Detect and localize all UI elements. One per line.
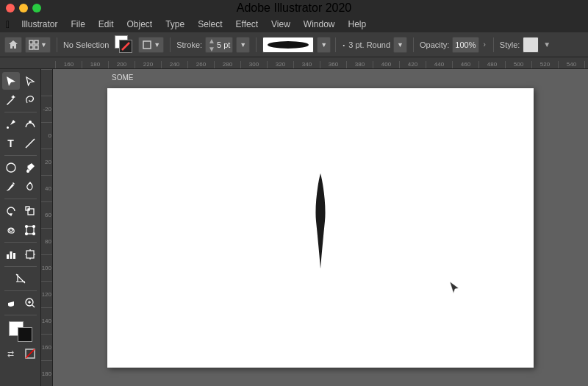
brush-stroke bbox=[313, 169, 328, 275]
vertical-ruler: -20 0 20 40 60 80 100 120 140 160 180 bbox=[41, 69, 53, 386]
main-area: T bbox=[0, 69, 588, 386]
workspace-button[interactable]: ▼ bbox=[25, 37, 51, 53]
brush-type-dropdown[interactable]: ▼ bbox=[393, 37, 407, 53]
svg-point-19 bbox=[32, 233, 35, 235]
tool-row-1 bbox=[2, 72, 39, 90]
canvas-container: -20 0 20 40 60 80 100 120 140 160 180 SO… bbox=[41, 69, 588, 386]
free-transform-tool[interactable] bbox=[21, 221, 39, 239]
pencil-tool[interactable] bbox=[2, 178, 20, 196]
svg-rect-20 bbox=[7, 254, 9, 259]
swap-fill-stroke[interactable]: ⇄ bbox=[2, 345, 20, 362]
svg-rect-5 bbox=[143, 41, 151, 49]
ruler-mark: 480 bbox=[478, 61, 505, 68]
ruler-mark: 420 bbox=[399, 61, 426, 68]
left-toolbar: T bbox=[0, 69, 41, 386]
artboard[interactable] bbox=[107, 88, 534, 368]
style-label: Style: bbox=[500, 40, 520, 49]
paintbrush-tool[interactable] bbox=[21, 159, 39, 176]
svg-line-29 bbox=[32, 305, 35, 307]
svg-point-18 bbox=[25, 233, 27, 235]
ruler-mark: 360 bbox=[320, 61, 346, 68]
zoom-tool[interactable] bbox=[21, 294, 39, 312]
opacity-expand[interactable]: › bbox=[482, 39, 487, 50]
ruler-mark: 220 bbox=[135, 61, 161, 68]
mouse-cursor bbox=[448, 280, 460, 298]
magic-wand-tool[interactable] bbox=[2, 91, 20, 109]
selection-tool[interactable] bbox=[2, 72, 20, 90]
style-swatch[interactable] bbox=[523, 37, 539, 53]
menu-select[interactable]: Select bbox=[192, 18, 228, 31]
brush-preview[interactable] bbox=[262, 37, 314, 53]
ruler-mark: 240 bbox=[161, 61, 187, 68]
hand-tool[interactable] bbox=[2, 294, 20, 312]
canvas-area[interactable]: SOME bbox=[53, 69, 588, 386]
brush-dropdown[interactable]: ▼ bbox=[317, 37, 331, 53]
opacity-label: Opacity: bbox=[420, 40, 449, 49]
svg-rect-0 bbox=[29, 40, 33, 44]
svg-point-16 bbox=[25, 226, 27, 228]
menu-type[interactable]: Type bbox=[159, 18, 190, 31]
shaper-tool[interactable] bbox=[21, 178, 39, 196]
stroke-value: 5 pt bbox=[217, 40, 230, 49]
maximize-button[interactable] bbox=[32, 4, 41, 12]
traffic-lights bbox=[6, 4, 41, 12]
fill-stroke-swatch[interactable] bbox=[115, 35, 135, 54]
ruler-mark: 320 bbox=[267, 61, 293, 68]
ruler-marks: 160 180 200 220 240 260 280 300 320 340 … bbox=[55, 61, 588, 68]
menu-object[interactable]: Object bbox=[121, 18, 159, 31]
stroke-value-control[interactable]: ▲▼ 5 pt bbox=[205, 37, 233, 53]
tool-row-3 bbox=[2, 115, 39, 133]
tool-row-4: T bbox=[2, 135, 39, 152]
direct-selection-tool[interactable] bbox=[21, 72, 39, 90]
opacity-display: 100% bbox=[455, 40, 476, 49]
style-expand[interactable]: ▼ bbox=[542, 39, 552, 50]
home-button[interactable] bbox=[4, 37, 22, 53]
pen-tool[interactable] bbox=[2, 115, 20, 133]
tool-row-2 bbox=[2, 91, 39, 109]
svg-line-33 bbox=[26, 349, 35, 358]
v-ruler-mark: 20 bbox=[41, 149, 52, 175]
menu-illustrator[interactable]: Illustrator bbox=[15, 18, 63, 31]
menu-file[interactable]: File bbox=[65, 18, 90, 31]
color-swatches bbox=[7, 320, 34, 343]
stroke-label: Stroke: bbox=[176, 40, 202, 49]
opacity-value[interactable]: 100% bbox=[452, 37, 478, 53]
minimize-button[interactable] bbox=[19, 4, 28, 12]
menu-window[interactable]: Window bbox=[298, 18, 341, 31]
curvature-tool[interactable] bbox=[21, 115, 39, 133]
ruler-mark: 520 bbox=[531, 61, 558, 68]
lasso-tool[interactable] bbox=[21, 91, 39, 109]
menu-edit[interactable]: Edit bbox=[93, 18, 120, 31]
apple-logo[interactable]:  bbox=[6, 18, 10, 30]
artboard-tool[interactable] bbox=[21, 246, 39, 263]
text-tool[interactable]: T bbox=[2, 135, 20, 152]
rotate-tool[interactable] bbox=[2, 202, 20, 220]
scale-tool[interactable] bbox=[21, 202, 39, 220]
ruler-mark: 340 bbox=[293, 61, 320, 68]
ruler-mark: 440 bbox=[426, 61, 452, 68]
svg-point-17 bbox=[32, 226, 35, 228]
ruler-mark: 460 bbox=[452, 61, 478, 68]
stroke-swatch[interactable] bbox=[18, 327, 32, 342]
svg-line-4 bbox=[122, 43, 129, 50]
none-swatch[interactable] bbox=[21, 345, 39, 362]
v-ruler-mark: 120 bbox=[41, 281, 52, 307]
slice-tool[interactable] bbox=[12, 270, 29, 287]
stroke-dropdown[interactable]: ▼ bbox=[236, 37, 250, 53]
shape-tool[interactable] bbox=[2, 159, 20, 176]
svg-rect-15 bbox=[26, 226, 34, 234]
chart-tool[interactable] bbox=[2, 246, 20, 263]
ruler-mark: 160 bbox=[55, 61, 82, 68]
ruler-mark: 380 bbox=[346, 61, 373, 68]
artboard-label: SOME bbox=[112, 74, 133, 82]
v-ruler-mark: 60 bbox=[41, 201, 52, 228]
warp-tool[interactable] bbox=[2, 221, 20, 239]
menu-effect[interactable]: Effect bbox=[230, 18, 264, 31]
menu-help[interactable]: Help bbox=[343, 18, 373, 31]
appearance-button[interactable]: ▼ bbox=[138, 37, 164, 53]
menu-view[interactable]: View bbox=[265, 18, 296, 31]
line-tool[interactable] bbox=[21, 135, 39, 152]
ruler-mark: 400 bbox=[373, 61, 399, 68]
tool-row-10 bbox=[12, 270, 29, 287]
close-button[interactable] bbox=[6, 4, 15, 12]
